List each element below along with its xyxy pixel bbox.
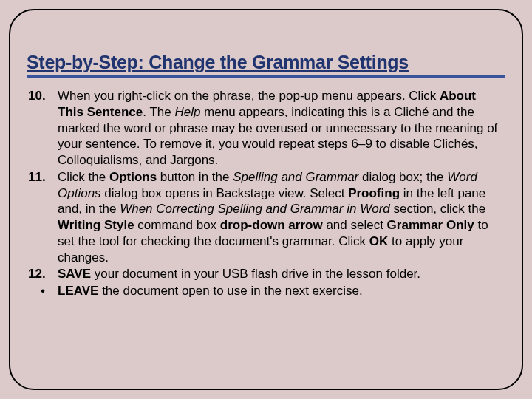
- list-item: 11. Click the Options button in the Spel…: [27, 169, 505, 266]
- step-text: SAVE your document in your USB flash dri…: [58, 266, 505, 282]
- step-number: 12.: [27, 266, 58, 282]
- slide-title: Step-by-Step: Change the Grammar Setting…: [27, 52, 505, 73]
- bullet-marker: •: [27, 283, 58, 299]
- slide-frame: Step-by-Step: Change the Grammar Setting…: [9, 9, 523, 390]
- title-underline: [27, 75, 505, 78]
- step-text: Click the Options button in the Spelling…: [58, 169, 505, 266]
- step-number: 10.: [27, 88, 58, 168]
- list-item: •LEAVE the document open to use in the n…: [27, 283, 505, 299]
- step-text: When you right-click on the phrase, the …: [58, 88, 505, 168]
- step-number: 11.: [27, 169, 58, 266]
- list-item: 12. SAVE your document in your USB flash…: [27, 266, 505, 282]
- step-text: LEAVE the document open to use in the ne…: [58, 283, 505, 299]
- instruction-list: 10. When you right-click on the phrase, …: [27, 88, 505, 299]
- list-item: 10. When you right-click on the phrase, …: [27, 88, 505, 168]
